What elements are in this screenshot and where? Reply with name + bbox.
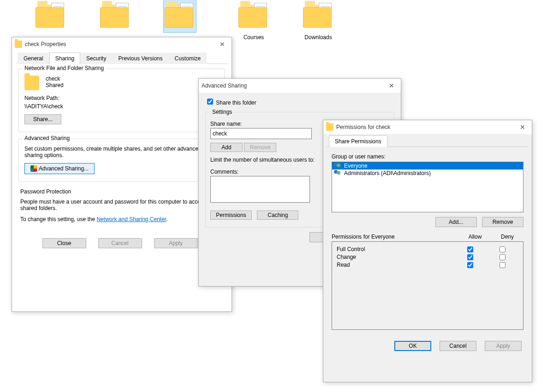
network-sharing-center-link[interactable]: Network and Sharing Center bbox=[96, 216, 166, 222]
permissions-header: Permissions for Everyone Allow Deny bbox=[332, 234, 523, 240]
list-item[interactable]: Administrators (ADI\Administrators) bbox=[332, 170, 523, 177]
folder-label: Courses bbox=[231, 34, 277, 41]
allow-checkbox[interactable] bbox=[467, 254, 473, 260]
list-item[interactable]: Everyone bbox=[332, 162, 523, 170]
desktop: Courses Downloads check Properties ✕ Gen… bbox=[0, 0, 547, 392]
add-button[interactable]: Add bbox=[210, 143, 243, 152]
group-user-names-label: Group or user names: bbox=[332, 153, 523, 160]
dialog-buttons: OK Cancel Apply bbox=[323, 334, 532, 357]
tab-security[interactable]: Security bbox=[80, 53, 112, 64]
permissions-button[interactable]: Permissions bbox=[210, 211, 252, 220]
remove-button: Remove bbox=[244, 143, 276, 152]
users-icon bbox=[334, 163, 342, 169]
cancel-button[interactable]: Cancel bbox=[440, 341, 476, 351]
deny-header: Deny bbox=[491, 234, 523, 240]
permissions-dialog: Permissions for check ✕ Share Permission… bbox=[323, 120, 532, 382]
tabpage: Group or user names: Everyone Administra… bbox=[323, 147, 532, 334]
window-title: Permissions for check bbox=[336, 124, 511, 130]
add-button[interactable]: Add... bbox=[435, 217, 477, 227]
allow-header: Allow bbox=[459, 234, 491, 240]
permission-name: Change bbox=[337, 254, 454, 260]
network-path-label: Network Path: bbox=[24, 95, 219, 101]
folder-item[interactable] bbox=[92, 0, 138, 34]
tab-previous-versions[interactable]: Previous Versions bbox=[112, 53, 168, 64]
tab-customize[interactable]: Customize bbox=[168, 53, 207, 64]
allow-checkbox[interactable] bbox=[467, 262, 473, 268]
folder-item[interactable]: Downloads bbox=[295, 0, 341, 41]
list-item-label: Administrators (ADI\Administrators) bbox=[344, 170, 431, 176]
permission-name: Read bbox=[337, 262, 454, 268]
allow-checkbox[interactable] bbox=[467, 246, 473, 252]
tabs: General Sharing Security Previous Versio… bbox=[16, 52, 228, 64]
folder-label: Downloads bbox=[295, 34, 341, 41]
group-caption: Advanced Sharing bbox=[23, 135, 71, 141]
share-name-input[interactable] bbox=[210, 128, 312, 139]
shield-icon bbox=[30, 165, 37, 172]
permission-row: Change bbox=[337, 254, 518, 260]
folder-item[interactable] bbox=[28, 0, 74, 34]
permissions-for-label: Permissions for Everyone bbox=[332, 234, 459, 240]
cancel-button: Cancel bbox=[98, 238, 142, 248]
group-caption: Network File and Folder Sharing bbox=[23, 65, 106, 71]
apply-button: Apply bbox=[154, 238, 198, 248]
window-title: Advanced Sharing bbox=[202, 82, 380, 89]
deny-checkbox[interactable] bbox=[499, 262, 505, 268]
settings-legend: Settings bbox=[210, 109, 234, 115]
permission-name: Full Control bbox=[337, 246, 454, 252]
tabs: Share Permissions bbox=[327, 135, 528, 147]
password-text: People must have a user account and pass… bbox=[20, 199, 223, 211]
close-icon[interactable]: ✕ bbox=[213, 37, 232, 51]
share-button[interactable]: Share... bbox=[24, 114, 61, 124]
group-advanced-sharing: Advanced Sharing Set custom permissions,… bbox=[18, 139, 225, 182]
folder-icon bbox=[24, 76, 39, 90]
ok-button[interactable]: OK bbox=[394, 341, 431, 351]
list-item-label: Everyone bbox=[344, 163, 368, 169]
folder-icon bbox=[302, 0, 334, 32]
group-caption: Password Protection bbox=[20, 188, 223, 195]
comments-input[interactable] bbox=[210, 176, 310, 203]
titlebar[interactable]: Advanced Sharing ✕ bbox=[199, 79, 401, 93]
group-network-sharing: Network File and Folder Sharing check Sh… bbox=[18, 69, 225, 132]
permission-row: Read bbox=[337, 262, 518, 268]
share-status: Shared bbox=[46, 82, 64, 88]
share-folder-checkbox[interactable] bbox=[207, 99, 213, 105]
tab-general[interactable]: General bbox=[18, 53, 49, 64]
folder-icon bbox=[15, 41, 22, 48]
network-path-value: \\ADITYA\check bbox=[24, 103, 219, 110]
folder-icon bbox=[35, 0, 67, 32]
folder-item[interactable]: Courses bbox=[231, 0, 277, 41]
share-folder-name: check bbox=[46, 76, 64, 82]
deny-checkbox[interactable] bbox=[499, 246, 505, 252]
advanced-sharing-button-label: Advanced Sharing... bbox=[39, 165, 89, 172]
share-folder-checkbox-label[interactable]: Share this folder bbox=[205, 99, 256, 106]
tab-sharing[interactable]: Sharing bbox=[49, 53, 80, 64]
advanced-sharing-button[interactable]: Advanced Sharing... bbox=[24, 163, 95, 174]
titlebar[interactable]: Permissions for check ✕ bbox=[323, 120, 532, 134]
folder-item-selected[interactable] bbox=[157, 0, 203, 34]
tab-share-permissions[interactable]: Share Permissions bbox=[329, 135, 387, 147]
close-icon[interactable]: ✕ bbox=[382, 79, 401, 93]
deny-checkbox[interactable] bbox=[499, 254, 505, 260]
caching-button[interactable]: Caching bbox=[257, 211, 298, 220]
password-link-line: To change this setting, use the Network … bbox=[20, 216, 223, 222]
close-icon[interactable]: ✕ bbox=[513, 120, 532, 134]
users-icon bbox=[334, 170, 342, 176]
folder-icon bbox=[326, 123, 333, 131]
advanced-sharing-text: Set custom permissions, create multiple … bbox=[24, 146, 219, 158]
permission-row: Full Control bbox=[337, 246, 518, 252]
group-password-protection: Password Protection People must have a u… bbox=[18, 188, 225, 225]
remove-button[interactable]: Remove bbox=[482, 217, 523, 227]
user-listbox[interactable]: Everyone Administrators (ADI\Administrat… bbox=[332, 162, 523, 212]
close-button[interactable]: Close bbox=[42, 238, 86, 248]
folder-icon bbox=[164, 0, 196, 32]
permissions-grid: Full Control Change Read bbox=[332, 241, 523, 330]
apply-button: Apply bbox=[485, 341, 522, 351]
titlebar[interactable]: check Properties ✕ bbox=[12, 37, 232, 51]
folder-icon bbox=[99, 0, 131, 32]
folder-icon bbox=[238, 0, 270, 32]
window-title: check Properties bbox=[25, 41, 210, 47]
